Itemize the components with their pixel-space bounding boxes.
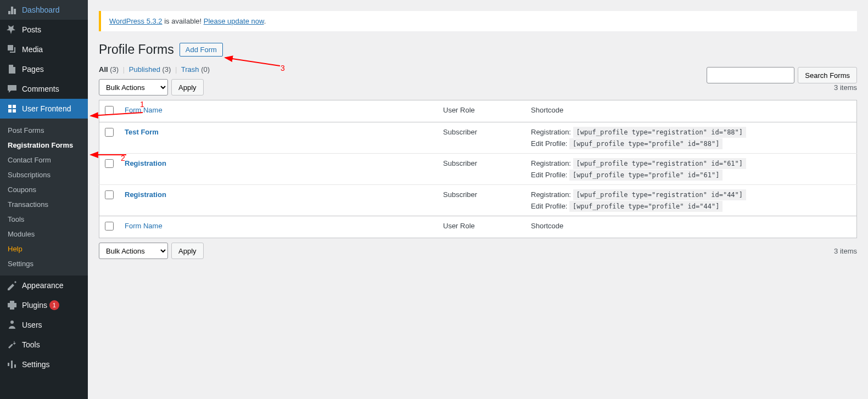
- col-form-name[interactable]: Form Name: [119, 216, 438, 238]
- col-form-name[interactable]: Form Name: [119, 100, 438, 122]
- submenu-transactions[interactable]: Transactions: [0, 197, 88, 212]
- form-link[interactable]: Registration: [125, 190, 166, 199]
- sidebar-item-media[interactable]: Media: [0, 40, 88, 59]
- col-shortcode: Shortcode: [525, 216, 857, 238]
- bulk-apply-button-bottom[interactable]: Apply: [171, 243, 204, 259]
- sidebar-label: Comments: [22, 85, 59, 93]
- sidebar-item-pages[interactable]: Pages: [0, 59, 88, 79]
- bulk-actions-select-bottom[interactable]: Bulk Actions: [99, 243, 168, 259]
- main-content: WordPress 5.3.2 is available! Please upd…: [88, 11, 868, 274]
- shortcode-edit-label: Edit Profile:: [531, 171, 567, 179]
- media-icon: [7, 44, 18, 55]
- submenu-contact-form[interactable]: Contact Form: [0, 153, 88, 167]
- settings-icon: [7, 359, 18, 370]
- dashboard-icon: [7, 4, 18, 15]
- filter-all[interactable]: All: [99, 65, 108, 74]
- filter-trash-count: (0): [201, 65, 210, 74]
- form-link[interactable]: Test Form: [125, 128, 159, 136]
- shortcode-edit[interactable]: [wpuf_profile type="profile" id="44"]: [569, 201, 723, 212]
- notice-text: is available!: [163, 17, 204, 25]
- row-role: Subscriber: [438, 122, 525, 154]
- shortcode-edit[interactable]: [wpuf_profile type="profile" id="61"]: [569, 170, 723, 181]
- submenu-tools[interactable]: Tools: [0, 212, 88, 227]
- sidebar-item-comments[interactable]: Comments: [0, 79, 88, 99]
- submenu-registration-forms[interactable]: Registration Forms: [0, 138, 88, 153]
- form-link[interactable]: Registration: [125, 159, 166, 167]
- sidebar-label: Media: [22, 45, 43, 54]
- submenu-help[interactable]: Help: [0, 241, 88, 256]
- select-all-checkbox[interactable]: [105, 106, 114, 115]
- frontend-icon: [7, 103, 18, 114]
- update-now-link[interactable]: Please update now: [204, 17, 264, 25]
- sidebar-label: Appearance: [22, 281, 64, 290]
- notice-suffix: .: [264, 17, 266, 25]
- search-box: Search Forms: [707, 67, 857, 83]
- sidebar-label: Tools: [22, 340, 40, 349]
- select-all-checkbox-bottom[interactable]: [105, 222, 114, 231]
- row-checkbox[interactable]: [105, 190, 114, 199]
- sidebar-label: Posts: [22, 25, 41, 34]
- plugin-icon: [7, 300, 18, 311]
- sidebar-label: Dashboard: [22, 5, 60, 14]
- sidebar-item-user-frontend[interactable]: User Frontend: [0, 99, 88, 119]
- shortcode-edit-label: Edit Profile:: [531, 139, 567, 148]
- filter-published[interactable]: Published: [129, 65, 160, 74]
- table-row: Registration Subscriber Registration: [w…: [99, 154, 857, 185]
- submenu-subscriptions[interactable]: Subscriptions: [0, 167, 88, 182]
- submenu-modules[interactable]: Modules: [0, 227, 88, 241]
- sidebar-item-posts[interactable]: Posts: [0, 20, 88, 40]
- sidebar-label: Plugins: [22, 301, 47, 310]
- update-badge: 1: [49, 300, 59, 310]
- shortcode-reg-label: Registration:: [531, 128, 571, 136]
- appearance-icon: [7, 280, 18, 291]
- bulk-apply-button[interactable]: Apply: [171, 79, 204, 95]
- search-input[interactable]: [707, 67, 794, 83]
- tools-icon: [7, 339, 18, 350]
- col-user-role: User Role: [438, 100, 525, 122]
- items-count-bottom: 3 items: [834, 247, 857, 255]
- sidebar-item-tools[interactable]: Tools: [0, 335, 88, 355]
- shortcode-reg[interactable]: [wpuf_profile type="registration" id="88…: [573, 127, 746, 138]
- sidebar-item-users[interactable]: Users: [0, 315, 88, 335]
- sidebar-item-plugins[interactable]: Plugins 1: [0, 295, 88, 315]
- sidebar-item-dashboard[interactable]: Dashboard: [0, 0, 88, 20]
- filter-pub-count: (3): [163, 65, 171, 74]
- forms-table: Form Name User Role Shortcode Test Form …: [99, 100, 857, 238]
- pin-icon: [7, 24, 18, 35]
- table-row: Registration Subscriber Registration: [w…: [99, 185, 857, 216]
- add-form-button[interactable]: Add Form: [180, 43, 223, 57]
- row-role: Subscriber: [438, 185, 525, 216]
- row-checkbox[interactable]: [105, 159, 114, 168]
- items-count: 3 items: [834, 83, 857, 92]
- shortcode-reg-label: Registration:: [531, 190, 571, 199]
- row-role: Subscriber: [438, 154, 525, 185]
- wp-version-link[interactable]: WordPress 5.3.2: [109, 17, 163, 25]
- sidebar-label: Users: [22, 321, 42, 329]
- sidebar-item-appearance[interactable]: Appearance: [0, 276, 88, 295]
- sidebar-label: Pages: [22, 65, 44, 74]
- bulk-actions-select[interactable]: Bulk Actions: [99, 79, 168, 95]
- submenu-coupons[interactable]: Coupons: [0, 182, 88, 197]
- table-row: Test Form Subscriber Registration: [wpuf…: [99, 122, 857, 154]
- search-button[interactable]: Search Forms: [798, 67, 857, 83]
- sidebar-submenu: Post Forms Registration Forms Contact Fo…: [0, 119, 88, 276]
- page-icon: [7, 64, 18, 75]
- shortcode-edit-label: Edit Profile:: [531, 202, 567, 210]
- submenu-post-forms[interactable]: Post Forms: [0, 123, 88, 138]
- sidebar-label: User Frontend: [22, 104, 71, 113]
- sidebar-label: Settings: [22, 360, 50, 369]
- row-checkbox[interactable]: [105, 128, 114, 137]
- shortcode-reg[interactable]: [wpuf_profile type="registration" id="61…: [573, 158, 746, 169]
- filter-all-count: (3): [110, 65, 119, 74]
- submenu-settings[interactable]: Settings: [0, 256, 88, 271]
- sidebar-item-settings[interactable]: Settings: [0, 355, 88, 374]
- col-shortcode: Shortcode: [525, 100, 857, 122]
- shortcode-reg-label: Registration:: [531, 159, 571, 167]
- filter-trash[interactable]: Trash: [181, 65, 199, 74]
- admin-sidebar: Dashboard Posts Media Pages Comments Use…: [0, 0, 88, 399]
- shortcode-edit[interactable]: [wpuf_profile type="profile" id="88"]: [569, 138, 723, 149]
- update-notice: WordPress 5.3.2 is available! Please upd…: [99, 11, 857, 31]
- shortcode-reg[interactable]: [wpuf_profile type="registration" id="44…: [573, 189, 746, 200]
- users-icon: [7, 319, 18, 330]
- comment-icon: [7, 83, 18, 94]
